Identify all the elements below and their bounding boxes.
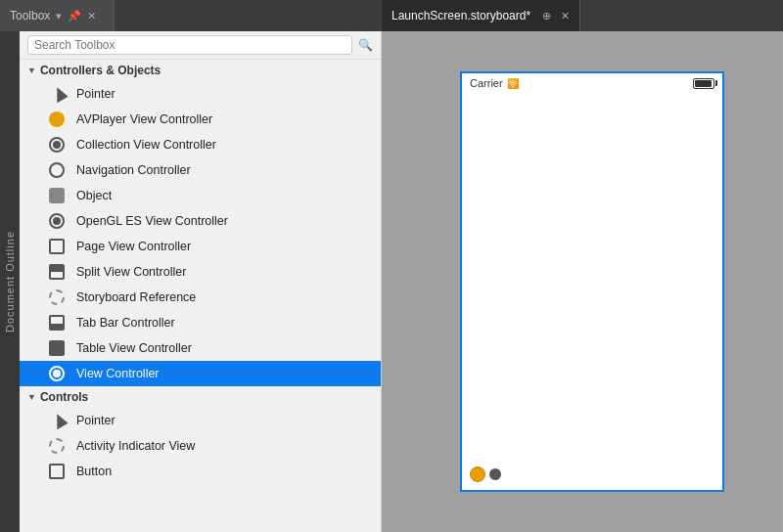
item-label: Activity Indicator View (76, 439, 195, 453)
main-layout: Document Outline 🔍 ▼ Controllers & Objec… (0, 31, 783, 532)
list-item[interactable]: Button (20, 459, 381, 484)
toolbox-list[interactable]: ▼ Controllers & Objects Pointer AVPlayer… (20, 60, 381, 532)
pageview-icon (47, 237, 67, 256)
tableview-icon (47, 338, 67, 358)
storyboard-tab[interactable]: LaunchScreen.storyboard* ⊕ ✕ (382, 0, 580, 31)
collection-icon (47, 135, 67, 155)
section-label-controls: Controls (40, 390, 88, 404)
item-label: AVPlayer View Controller (76, 112, 212, 126)
toolbox-dropdown-icon[interactable]: ▾ (56, 10, 62, 22)
button-item-icon (47, 462, 67, 481)
splitview-icon (47, 262, 67, 282)
list-item[interactable]: Pointer (20, 408, 381, 433)
list-item[interactable]: Object (20, 183, 381, 208)
item-label: Object (76, 189, 112, 202)
storyboard-tab-bar: LaunchScreen.storyboard* ⊕ ✕ (382, 0, 783, 31)
item-label: OpenGL ES View Controller (76, 214, 228, 228)
object-icon (47, 186, 67, 205)
section-label-controllers: Controllers & Objects (40, 64, 161, 77)
storyboard-pin-icon[interactable]: ⊕ (542, 10, 551, 22)
list-item[interactable]: Collection View Controller (20, 132, 381, 157)
document-outline-sidebar[interactable]: Document Outline (0, 31, 20, 532)
bottom-small-icon (489, 468, 501, 480)
document-outline-label: Document Outline (4, 231, 16, 332)
list-item[interactable]: Storyboard Reference (20, 285, 381, 310)
storyboard-tab-label: LaunchScreen.storyboard* (392, 9, 530, 22)
storyboard-close-icon[interactable]: ✕ (561, 10, 570, 22)
list-item[interactable]: OpenGL ES View Controller (20, 208, 381, 234)
avplayer-icon (47, 110, 67, 129)
phone-status-bar: Carrier 🛜 (462, 73, 722, 93)
list-item[interactable]: Table View Controller (20, 335, 381, 361)
search-bar: 🔍 (20, 31, 381, 60)
item-label: Pointer (76, 87, 115, 101)
list-item[interactable]: Activity Indicator View (20, 433, 381, 459)
toolbox-close-icon[interactable]: ✕ (87, 10, 96, 22)
item-label: Page View Controller (76, 240, 191, 253)
pointer-icon (47, 84, 67, 104)
item-label: Pointer (76, 414, 115, 427)
item-label: Table View Controller (76, 341, 192, 355)
battery-fill (695, 80, 712, 87)
toolbox-tab-bar: Toolbox ▾ 📌 ✕ (0, 0, 382, 31)
item-label: Storyboard Reference (76, 290, 196, 304)
activity-indicator-icon (47, 436, 67, 456)
search-input[interactable] (27, 35, 352, 55)
toolbox-pin-icon[interactable]: 📌 (68, 10, 81, 22)
list-item[interactable]: View Controller (20, 361, 381, 386)
status-bar-right (693, 78, 714, 89)
item-label: Tab Bar Controller (76, 316, 175, 330)
phone-bottom-icons (470, 466, 501, 482)
tabbar-icon (47, 313, 67, 332)
phone-mockup[interactable]: Carrier 🛜 (460, 71, 724, 492)
wifi-icon: 🛜 (507, 78, 519, 89)
item-label: Button (76, 465, 112, 478)
section-triangle-controls: ▼ (27, 392, 36, 402)
list-item[interactable]: Tab Bar Controller (20, 310, 381, 335)
canvas-area[interactable]: Carrier 🛜 (382, 31, 783, 532)
navigation-icon (47, 160, 67, 180)
item-label: Split View Controller (76, 265, 186, 279)
list-item[interactable]: Navigation Controller (20, 157, 381, 183)
toolbox-tab[interactable]: Toolbox ▾ 📌 ✕ (0, 0, 115, 31)
top-bar: Toolbox ▾ 📌 ✕ LaunchScreen.storyboard* ⊕… (0, 0, 783, 31)
opengl-icon (47, 211, 67, 231)
toolbox-tab-label: Toolbox (10, 9, 50, 22)
search-icon: 🔍 (358, 38, 373, 52)
list-item[interactable]: Pointer (20, 81, 381, 107)
battery-icon (693, 78, 714, 89)
toolbox-panel: 🔍 ▼ Controllers & Objects Pointer (20, 31, 382, 532)
section-header-controls[interactable]: ▼ Controls (20, 386, 381, 408)
item-label: Navigation Controller (76, 163, 191, 177)
toolbox-tab-actions: ▾ 📌 ✕ (56, 10, 104, 22)
status-bar-left: Carrier 🛜 (470, 77, 519, 89)
list-item[interactable]: Split View Controller (20, 259, 381, 285)
bottom-circle-icon (470, 466, 485, 482)
storyboard-ref-icon (47, 288, 67, 307)
list-item[interactable]: AVPlayer View Controller (20, 107, 381, 132)
viewcontroller-icon (47, 364, 67, 383)
pointer2-icon (47, 411, 67, 430)
carrier-label: Carrier (470, 77, 503, 89)
list-item[interactable]: Page View Controller (20, 234, 381, 259)
item-label: Collection View Controller (76, 138, 216, 152)
section-header-controllers[interactable]: ▼ Controllers & Objects (20, 60, 381, 81)
item-label: View Controller (76, 367, 160, 380)
section-triangle-controllers: ▼ (27, 66, 36, 75)
